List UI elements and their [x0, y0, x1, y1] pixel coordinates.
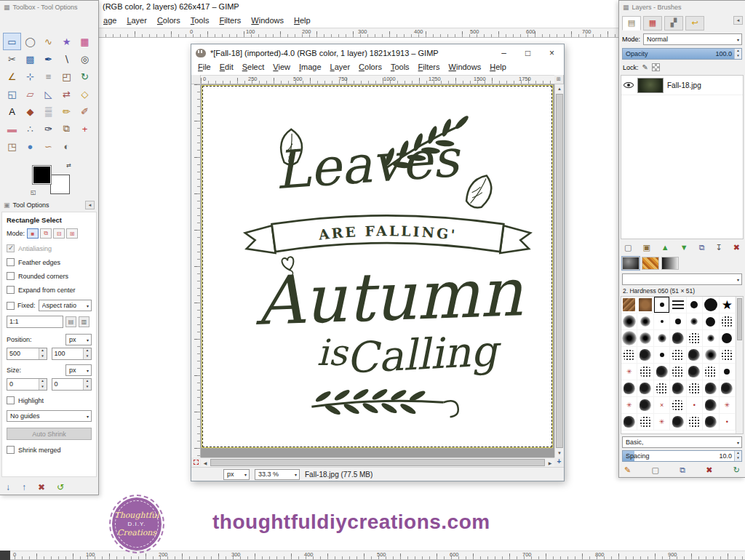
opacity-slider[interactable]: Opacity 100.0 ▲▼ [622, 48, 742, 60]
restore-tool-options-button[interactable]: ↑ [22, 482, 26, 492]
tool-clone[interactable]: ⧉ [57, 120, 76, 137]
brush-swatch[interactable] [703, 380, 719, 397]
tab-brushes[interactable] [622, 257, 640, 270]
brush-swatch[interactable] [703, 347, 719, 364]
menu-item[interactable]: Tools [186, 15, 215, 26]
tool-ink[interactable]: ✑ [39, 120, 57, 137]
scroll-right-icon[interactable]: ▶ [546, 458, 554, 467]
tool-align[interactable]: ≡ [39, 68, 57, 85]
delete-tool-options-button[interactable]: ✖ [38, 482, 45, 492]
delete-brush-button[interactable]: ✖ [706, 465, 712, 475]
close-button[interactable]: × [540, 45, 564, 61]
image-layer[interactable]: Leaves ARE FALLING' [202, 86, 552, 447]
vertical-scrollbar[interactable]: ▲ ▼ [554, 84, 564, 457]
brush-swatch[interactable] [687, 313, 703, 330]
brush-swatch[interactable] [670, 414, 686, 431]
shrink-merged-checkbox[interactable]: Shrink merged [7, 446, 92, 454]
fixed-checkbox[interactable] [7, 302, 15, 310]
brush-swatch[interactable] [687, 380, 703, 397]
tool-paths[interactable]: ✒ [39, 50, 57, 68]
tool-color-picker[interactable]: ∖ [57, 50, 76, 68]
tab-channels[interactable]: ▦ [643, 16, 662, 31]
dock-arrow-icon[interactable]: ◂ [85, 201, 95, 209]
new-layer-button[interactable]: ▢ [624, 243, 632, 252]
mode-add-button[interactable]: ⧉ [40, 228, 52, 239]
spinner-arrows-icon[interactable]: ▲▼ [734, 451, 741, 461]
spinner-arrows-icon[interactable]: ▲▼ [39, 379, 47, 390]
tool-cage-transform[interactable]: ◇ [76, 85, 94, 103]
tool-ellipse-select[interactable]: ◯ [21, 33, 39, 50]
brush-swatch[interactable]: ✳ [621, 397, 637, 414]
position-y-spinner[interactable]: 100 ▲▼ [52, 348, 92, 360]
menu-item[interactable]: Filters [414, 61, 445, 75]
brush-swatch[interactable] [687, 297, 703, 313]
brush-swatch[interactable] [703, 297, 719, 313]
position-x-spinner[interactable]: 500 ▲▼ [7, 348, 47, 360]
brush-swatch[interactable] [687, 414, 703, 431]
menu-item[interactable]: Colors [152, 15, 186, 26]
tool-free-select[interactable]: ∿ [39, 33, 57, 50]
brush-swatch[interactable] [654, 380, 670, 397]
tool-scissors-select[interactable]: ✂ [3, 50, 21, 68]
brush-swatch[interactable] [637, 364, 653, 380]
brush-swatch[interactable] [637, 397, 653, 414]
tool-bucket-fill[interactable]: ◆ [21, 103, 39, 120]
layer-thumbnail[interactable] [637, 78, 664, 93]
scroll-up-icon[interactable]: ▲ [555, 84, 564, 93]
tool-perspective-clone[interactable]: ◳ [3, 137, 21, 155]
brush-swatch[interactable] [654, 297, 670, 313]
brush-swatch[interactable] [621, 297, 637, 313]
guides-dropdown[interactable]: No guides ▾ [7, 410, 92, 422]
scroll-left-icon[interactable]: ◀ [201, 458, 210, 467]
fixed-type-dropdown[interactable]: Aspect ratio ▾ [39, 300, 92, 311]
tool-options-tab[interactable]: ▣ Tool Options ◂ [1, 199, 97, 210]
spacing-slider[interactable]: Spacing 10.0 ▲▼ [622, 450, 742, 462]
swap-colors-icon[interactable]: ⇄ [66, 162, 71, 169]
layers-titlebar[interactable]: ▦ Layers - Brushes [619, 1, 745, 14]
image-window-titlebar[interactable]: *[Fall-18] (imported)-4.0 (RGB color, 1 … [191, 44, 564, 61]
brush-swatch[interactable]: • [687, 397, 703, 414]
brush-swatch[interactable]: ✳ [654, 414, 670, 431]
brush-swatch[interactable] [670, 347, 686, 364]
brush-swatch[interactable] [703, 364, 719, 380]
tool-select-by-color[interactable]: ▦ [76, 33, 94, 50]
zoom-dropdown[interactable]: 33.3 % ▾ [255, 469, 300, 480]
brush-swatch[interactable] [703, 414, 719, 431]
menu-item[interactable]: Help [485, 61, 511, 75]
tool-dodge-burn[interactable]: ◐ [57, 137, 76, 155]
brush-swatch[interactable] [621, 347, 637, 364]
brush-swatch[interactable] [670, 364, 686, 380]
brush-swatch[interactable] [654, 364, 670, 380]
tool-measure[interactable]: ∠ [3, 68, 21, 85]
brush-swatch[interactable]: • [720, 414, 736, 431]
tool-flip[interactable]: ⇄ [57, 85, 76, 103]
duplicate-brush-button[interactable]: ⧉ [680, 465, 685, 475]
horizontal-scrollbar[interactable]: ◀ ▶ [201, 457, 554, 467]
tool-rectangle-select[interactable]: ▭ [3, 33, 21, 50]
brush-swatch[interactable] [621, 313, 637, 330]
spinner-arrows-icon[interactable]: ▲▼ [734, 49, 741, 59]
lock-pixels-icon[interactable]: ✎ [642, 63, 648, 71]
menu-item[interactable]: Tools [386, 61, 414, 75]
tool-paintbrush[interactable]: ✐ [76, 103, 94, 120]
brush-swatch[interactable] [621, 330, 637, 347]
spinner-arrows-icon[interactable]: ▲▼ [39, 348, 47, 359]
reset-tool-options-button[interactable]: ↺ [57, 482, 64, 492]
tool-scale[interactable]: ◱ [3, 85, 21, 103]
size-height-spinner[interactable]: 0 ▲▼ [52, 378, 92, 391]
spinner-arrows-icon[interactable]: ▲▼ [83, 348, 91, 359]
tool-fuzzy-select[interactable]: ★ [57, 33, 76, 50]
menu-item[interactable]: File [194, 61, 215, 75]
brush-swatch[interactable] [687, 330, 703, 347]
minimize-button[interactable]: – [492, 45, 516, 61]
lower-layer-button[interactable]: ▼ [680, 243, 688, 252]
brush-swatch[interactable] [703, 313, 719, 330]
brush-swatch[interactable] [720, 364, 736, 380]
landscape-orientation-button[interactable]: ▥ [79, 316, 89, 327]
tool-text[interactable]: A [3, 103, 21, 120]
mode-subtract-button[interactable]: ⊟ [53, 228, 65, 239]
zoom-fit-corner-button[interactable]: ⊞ [554, 75, 564, 84]
tool-move[interactable]: ⊹ [21, 68, 39, 85]
menu-item[interactable]: Colors [354, 61, 386, 75]
brush-swatch[interactable] [654, 330, 670, 347]
